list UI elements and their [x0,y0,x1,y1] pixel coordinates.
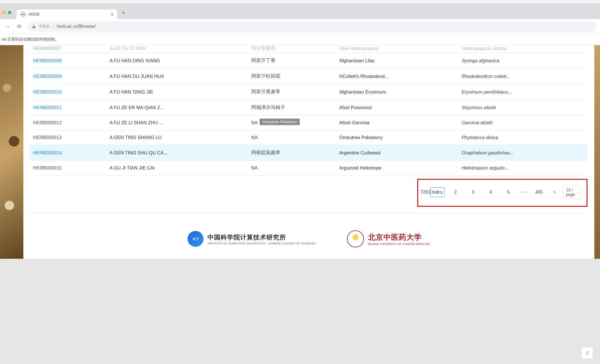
automation-infobar: ne 正受到自动测试软件的控制。 [0,34,600,45]
herb-id-link[interactable]: HERB000014 [33,150,62,155]
footer-org-ict[interactable]: ICT 中国科学院计算技术研究所 INSTITUTE OF COMPUTING … [188,231,315,247]
omnibox-separator: | [53,24,54,29]
herb-latin-cell: Phytolacca dioica [459,130,587,145]
herb-pinyin-cell: A FU ZE ER MA QIAN Z... [107,100,248,115]
section-divider [30,213,587,213]
new-tab-button[interactable]: ＋ [120,9,128,16]
herb-id-cell: HERB000007 [30,45,107,53]
pagination-ellipsis: ••• [519,188,528,197]
herb-english-cell: Argentine Cudweed [336,145,459,161]
page-size-label: 15 / page [566,188,575,197]
herb-english-cell: Ombutree Pokeberry [336,130,459,145]
globe-icon [20,12,26,17]
herb-chinese-cell: NA [248,161,336,175]
chevron-down-icon: ⌄ [578,191,580,194]
herb-latin-cell: Strychnos afzelii [459,100,587,115]
herb-id-link[interactable]: HERB000009 [33,74,62,79]
reload-button[interactable]: ⟳ [15,22,23,30]
herb-pinyin-cell: A GU JI TIAN JIE CAI [107,161,248,175]
table-row[interactable]: HERB000010A FU HAN TANG JIE阿富汗黑麦草Afghani… [30,84,587,100]
herb-pinyin-cell: A FU ZE LI SHAN ZHU ... [107,115,248,130]
herb-english-cell: Altai Heteropappus [336,45,459,53]
tab-title: HERB [28,12,40,16]
browser-tab[interactable]: HERB ✕ [17,9,117,19]
herb-id-cell: HERB000008 [30,53,107,69]
pagination-page-3[interactable]: 3 [466,188,480,197]
herb-id-cell: HERB000015 [30,161,107,175]
herb-chinese-cell: 阿富汗黑麦草 [248,84,336,100]
herb-chinese-cell: NA [248,130,336,145]
herb-pinyin-cell: A GEN TING SHANG LU [107,130,248,145]
url-host: herb.ac.cn [57,24,78,29]
herb-pinyin-cell: A ER TAI ZI WAN [107,45,248,53]
herb-pinyin-cell: A FU HAN TANG JIE [107,84,248,100]
tooltip-text: Ombutree Pokeberry [262,120,297,124]
herb-chinese-cell: 阿富汗杜鹃花 [248,69,336,84]
table-row[interactable]: HERB000012A FU ZE LI SHAN ZHU ...NAAfzel… [30,115,587,130]
table-row[interactable]: HERB000014A GEN TING SHU QU CA...阿根廷鼠曲草A… [30,145,587,161]
ict-name-en: INSTITUTE OF COMPUTING TECHNOLOGY , CHIN… [207,242,315,245]
pagination-highlight-box: 7263 items < 1 2 3 4 5 ••• 485 > 15 / pa… [417,179,587,207]
herb-id-cell: HERB000014 [30,145,107,161]
back-button[interactable]: → [3,22,11,30]
herb-chinese-cell: 阿福泽尔马钱子 [248,100,336,115]
herb-latin-cell: Garcinia afzelii [459,115,587,130]
herb-chinese-cell: 阿根廷鼠曲草 [248,145,336,161]
close-icon[interactable]: ✕ [111,12,114,16]
ict-logo-icon: ICT [188,231,204,247]
herb-id-cell: HERB000009 [30,69,107,84]
pagination-next[interactable]: > [550,188,559,197]
herb-table: HERB000007A ER TAI ZI WAN阿尔泰紫菀Altai Hete… [30,45,587,175]
herb-id-link[interactable]: HERB000010 [33,89,62,94]
bucm-name-en: BEIJING UNIVERSITY OF CHINESE MEDICINE [368,242,430,245]
security-label: 不安全 [39,24,50,29]
herb-id-cell: HERB000010 [30,84,107,100]
infobar-text: ne 正受到自动测试软件的控制。 [2,37,59,42]
table-row[interactable]: HERB000015A GU JI TIAN JIE CAINAArguzioi… [30,161,587,175]
herb-english-cell: Afghanistan Erysimum [336,84,459,100]
pagination-page-4[interactable]: 4 [484,188,498,197]
bucm-name-cn: 北京中医药大学 [368,232,430,242]
pagination-last-page[interactable]: 485 [532,188,546,197]
herb-id-link[interactable]: HERB000011 [33,105,62,110]
herb-latin-cell: Erysimum perofskianu... [459,84,587,100]
background-herbs-left [0,45,23,259]
table-row[interactable]: HERB000011A FU ZE ER MA QIAN Z...阿福泽尔马钱子… [30,100,587,115]
herb-pinyin-cell: A FU HAN DING XIANG [107,53,248,69]
mac-menubar [0,0,600,4]
table-row[interactable]: HERB000008A FU HAN DING XIANG阿富汗丁香Afghan… [30,53,587,69]
herb-id-link[interactable]: HERB000008 [33,58,62,63]
pagination-total: 7263 items [420,190,443,195]
maximize-dot[interactable] [8,11,11,14]
herb-id-cell: HERB000013 [30,130,107,145]
pagination-page-2[interactable]: 2 [449,188,462,197]
herb-english-cell: Arguzioid Heliotrope [336,161,459,175]
footer-org-bucm[interactable]: 北京中医药大学 BEIJING UNIVERSITY OF CHINESE ME… [347,230,430,247]
herb-chinese-cell: 阿尔泰紫菀 [248,45,336,53]
table-row[interactable]: HERB000009A FU HAN DU JUAN HUA阿富汗杜鹃花HCol… [30,69,587,84]
table-row[interactable]: HERB000013A GEN TING SHANG LUNAOmbutree … [30,130,587,145]
address-bar[interactable]: 不安全 | herb.ac.cn/Browse/ [27,21,597,32]
herb-english-cell: HCollett's Rhododend... [336,69,459,84]
tooltip: Ombutree Pokeberry [260,119,300,125]
herb-id-link[interactable]: HERB000007 [33,46,62,51]
background-herbs-right [594,45,600,259]
pagination-page-5[interactable]: 5 [502,188,515,197]
herb-id-cell: HERB000011 [30,100,107,115]
herb-english-cell: Afzeli Garcinia [336,115,459,130]
herb-pinyin-cell: A GEN TING SHU QU CA... [107,145,248,161]
minimize-dot[interactable] [2,11,6,14]
page-size-select[interactable]: 15 / page ⌄ [563,186,582,198]
bucm-logo-icon [347,230,364,247]
window-controls [2,11,11,14]
ict-name-cn: 中国科学院计算技术研究所 [207,233,315,242]
herb-english-cell: Afghanistan Lilac [336,53,459,69]
footer: ICT 中国科学院计算技术研究所 INSTITUTE OF COMPUTING … [30,230,587,247]
herb-latin-cell: Heliotropium arguzio... [459,161,587,175]
herb-pinyin-cell: A FU HAN DU JUAN HUA [107,69,248,84]
page-content: HERB000007A ER TAI ZI WAN阿尔泰紫菀Altai Hete… [23,45,594,259]
herb-latin-cell: Gnaphalium gaudichau... [459,145,587,161]
browser-toolbar: → ⟳ 不安全 | herb.ac.cn/Browse/ [0,19,600,34]
herb-id-cell: HERB000012 [30,115,107,130]
browser-tabstrip: HERB ✕ ＋ [0,4,600,19]
